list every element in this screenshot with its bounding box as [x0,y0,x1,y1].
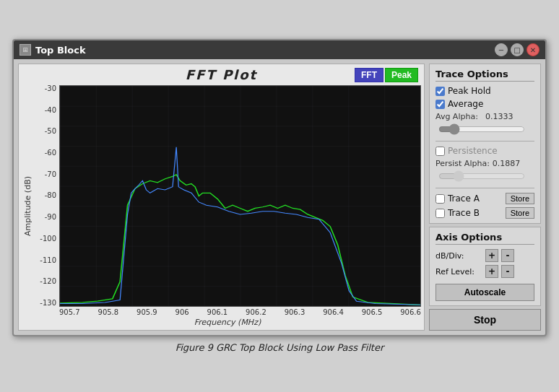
chart-svg [60,86,420,306]
y-axis-label: Amplitude (dB) [22,85,34,327]
autoscale-button[interactable]: Autoscale [436,284,534,301]
db-div-plus-button[interactable]: + [485,249,498,262]
db-div-label: dB/Div: [436,251,482,261]
plot-title: FFT Plot [186,67,257,82]
y-tick-110: -110 [40,257,56,264]
x-tick: 905.9 [136,308,157,316]
ref-level-label: Ref Level: [436,267,482,276]
persist-alpha-value: 0.1887 [493,159,521,168]
average-label: Average [448,99,483,109]
average-row: Average [436,99,534,109]
x-axis-label: Frequency (MHz) [34,318,421,327]
avg-alpha-label: Avg Alpha: [436,112,482,121]
fft-button[interactable]: FFT [355,68,384,82]
store-b-button[interactable]: Store [506,207,534,219]
trace-a-label: Trace A [448,193,480,204]
persistence-checkbox[interactable] [436,147,445,156]
axis-options-title: Axis Options [436,232,534,245]
persist-alpha-slider-row [436,171,534,183]
y-tick-120: -120 [40,278,56,285]
avg-alpha-slider[interactable] [438,124,525,134]
x-tick: 905.8 [98,308,119,316]
x-tick: 906.4 [323,308,344,316]
db-div-row: dB/Div: + - [436,249,534,262]
window-title: Top Block [35,45,86,56]
average-checkbox[interactable] [436,100,445,109]
y-tick-100: -100 [40,235,56,243]
persist-alpha-label: Persist Alpha: [436,159,490,168]
main-content: FFT Plot FFT Peak Amplitude (dB) -30 -40… [14,59,545,335]
axis-options-panel: Axis Options dB/Div: + - Ref Level: + - … [429,227,541,306]
y-tick-60: -60 [45,149,56,157]
y-tick-30: -30 [45,85,56,92]
db-div-minus-button[interactable]: - [501,249,514,262]
x-tick: 906.1 [207,308,228,316]
y-tick-130: -130 [40,300,56,307]
ref-level-minus-button[interactable]: - [501,265,514,278]
figure-caption: Figure 9 GRC Top Block Using Low Pass Fi… [176,342,384,353]
title-bar-left: ⊞ Top Block [20,44,86,56]
trace-a-checkbox[interactable] [436,194,445,204]
x-tick: 905.7 [59,308,80,316]
trace-options-title: Trace Options [436,69,534,82]
ref-level-plus-button[interactable]: + [485,265,498,278]
window-controls: − □ ✕ [495,43,540,56]
main-window: ⊞ Top Block − □ ✕ FFT Plot FFT Peak Ampl… [12,39,547,336]
plot-title-row: FFT Plot FFT Peak [22,67,421,82]
x-tick: 906.3 [285,308,306,316]
y-tick-80: -80 [45,192,56,199]
y-tick-70: -70 [45,171,56,178]
x-tick: 906.5 [362,308,383,316]
peak-hold-row: Peak Hold [436,86,534,96]
peak-hold-checkbox[interactable] [436,87,445,96]
ref-level-row: Ref Level: + - [436,265,534,278]
chart-with-yticks: -30 -40 -50 -60 -70 -80 -90 -100 -110 -1… [34,85,421,307]
x-tick: 906.2 [246,308,266,316]
trace-b-row: Trace B Store [436,207,534,219]
divider1 [436,141,534,141]
persistence-label: Persistence [448,146,498,156]
y-ticks: -30 -40 -50 -60 -70 -80 -90 -100 -110 -1… [34,85,59,307]
svg-rect-1 [60,86,420,306]
plot-area: FFT Plot FFT Peak Amplitude (dB) -30 -40… [18,64,425,331]
avg-alpha-slider-row [436,124,534,136]
minimize-button[interactable]: − [495,43,508,56]
y-tick-50: -50 [45,128,56,135]
store-a-button[interactable]: Store [506,193,534,204]
peak-button[interactable]: Peak [385,68,418,82]
persistence-row: Persistence [436,146,534,156]
persist-alpha-slider[interactable] [438,171,525,181]
avg-alpha-value: 0.1333 [485,112,514,121]
trace-b-checkbox[interactable] [436,209,445,218]
x-tick: 906 [176,308,189,316]
chart-canvas [59,85,421,307]
y-tick-40: -40 [45,107,56,114]
trace-options-panel: Trace Options Peak Hold Average Avg Alph… [429,64,541,224]
x-tick: 906.6 [400,308,421,316]
chart-and-xaxis: -30 -40 -50 -60 -70 -80 -90 -100 -110 -1… [34,85,421,327]
divider2 [436,188,534,188]
trace-b-label: Trace B [448,208,480,218]
trace-a-row: Trace A Store [436,193,534,204]
stop-button[interactable]: Stop [429,309,541,331]
y-tick-90: -90 [45,214,56,221]
x-ticks: 905.7 905.8 905.9 906 906.1 906.2 906.3 … [34,308,421,316]
sidebar: Trace Options Peak Hold Average Avg Alph… [429,64,541,331]
maximize-button[interactable]: □ [511,43,524,56]
peak-hold-label: Peak Hold [448,86,491,96]
title-bar: ⊞ Top Block − □ ✕ [14,40,545,59]
app-icon: ⊞ [20,44,31,56]
chart-container: Amplitude (dB) -30 -40 -50 -60 -70 -80 -… [22,85,421,327]
close-button[interactable]: ✕ [526,43,540,56]
persist-alpha-row: Persist Alpha: 0.1887 [436,159,534,168]
avg-alpha-row: Avg Alpha: 0.1333 [436,112,534,121]
plot-buttons: FFT Peak [355,68,418,82]
